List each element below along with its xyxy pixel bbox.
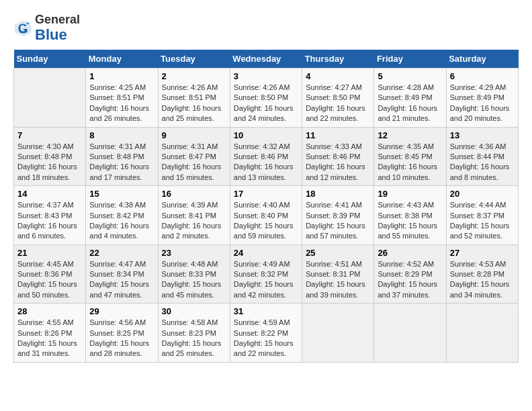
calendar-cell bbox=[302, 304, 374, 363]
cell-content: Sunrise: 4:33 AMSunset: 8:46 PMDaylight:… bbox=[306, 142, 370, 183]
day-number: 7 bbox=[17, 130, 82, 140]
day-number: 13 bbox=[450, 130, 515, 140]
calendar-cell: 31Sunrise: 4:59 AMSunset: 8:22 PMDayligh… bbox=[230, 304, 302, 363]
header-tuesday: Tuesday bbox=[158, 50, 230, 68]
day-number: 19 bbox=[378, 189, 442, 199]
header-friday: Friday bbox=[374, 50, 446, 68]
calendar-cell: 24Sunrise: 4:49 AMSunset: 8:32 PMDayligh… bbox=[230, 244, 302, 304]
calendar-cell: 20Sunrise: 4:44 AMSunset: 8:37 PMDayligh… bbox=[446, 186, 518, 245]
cell-content: Sunrise: 4:27 AMSunset: 8:50 PMDaylight:… bbox=[306, 83, 370, 124]
header-monday: Monday bbox=[86, 50, 158, 68]
day-number: 24 bbox=[234, 248, 298, 258]
calendar-cell: 14Sunrise: 4:37 AMSunset: 8:43 PMDayligh… bbox=[14, 186, 86, 245]
day-number: 12 bbox=[378, 130, 442, 140]
day-number: 3 bbox=[234, 71, 298, 81]
calendar-cell: 6Sunrise: 4:29 AMSunset: 8:49 PMDaylight… bbox=[446, 68, 518, 127]
calendar-cell: 22Sunrise: 4:47 AMSunset: 8:34 PMDayligh… bbox=[86, 244, 158, 304]
calendar-cell: 7Sunrise: 4:30 AMSunset: 8:48 PMDaylight… bbox=[14, 127, 86, 186]
cell-content: Sunrise: 4:31 AMSunset: 8:48 PMDaylight:… bbox=[89, 142, 154, 183]
calendar-cell bbox=[14, 68, 86, 127]
cell-content: Sunrise: 4:39 AMSunset: 8:41 PMDaylight:… bbox=[162, 200, 226, 242]
calendar-cell: 27Sunrise: 4:53 AMSunset: 8:28 PMDayligh… bbox=[446, 244, 518, 304]
day-number: 1 bbox=[89, 71, 154, 81]
calendar-cell: 9Sunrise: 4:31 AMSunset: 8:47 PMDaylight… bbox=[158, 127, 230, 186]
header-thursday: Thursday bbox=[302, 50, 374, 68]
calendar-cell: 2Sunrise: 4:26 AMSunset: 8:51 PMDaylight… bbox=[158, 68, 230, 127]
cell-content: Sunrise: 4:56 AMSunset: 8:25 PMDaylight:… bbox=[89, 318, 154, 359]
day-number: 21 bbox=[17, 248, 82, 258]
calendar-cell: 8Sunrise: 4:31 AMSunset: 8:48 PMDaylight… bbox=[86, 127, 158, 186]
calendar-cell: 15Sunrise: 4:38 AMSunset: 8:42 PMDayligh… bbox=[86, 186, 158, 245]
cell-content: Sunrise: 4:48 AMSunset: 8:33 PMDaylight:… bbox=[162, 259, 226, 301]
cell-content: Sunrise: 4:32 AMSunset: 8:46 PMDaylight:… bbox=[234, 142, 298, 183]
cell-content: Sunrise: 4:52 AMSunset: 8:29 PMDaylight:… bbox=[378, 259, 442, 301]
day-number: 15 bbox=[89, 189, 154, 199]
calendar-cell: 11Sunrise: 4:33 AMSunset: 8:46 PMDayligh… bbox=[302, 127, 374, 186]
header-saturday: Saturday bbox=[446, 50, 518, 68]
calendar-cell: 26Sunrise: 4:52 AMSunset: 8:29 PMDayligh… bbox=[374, 244, 446, 304]
cell-content: Sunrise: 4:45 AMSunset: 8:36 PMDaylight:… bbox=[17, 259, 82, 301]
day-number: 26 bbox=[378, 248, 442, 258]
calendar-cell: 4Sunrise: 4:27 AMSunset: 8:50 PMDaylight… bbox=[302, 68, 374, 127]
day-number: 30 bbox=[162, 306, 226, 316]
day-number: 11 bbox=[306, 130, 370, 140]
calendar-week-row: 7Sunrise: 4:30 AMSunset: 8:48 PMDaylight… bbox=[14, 127, 519, 186]
cell-content: Sunrise: 4:28 AMSunset: 8:49 PMDaylight:… bbox=[378, 83, 442, 124]
day-number: 29 bbox=[89, 306, 154, 316]
logo: General Blue bbox=[13, 13, 80, 43]
cell-content: Sunrise: 4:30 AMSunset: 8:48 PMDaylight:… bbox=[17, 142, 82, 183]
cell-content: Sunrise: 4:43 AMSunset: 8:38 PMDaylight:… bbox=[378, 200, 442, 242]
day-number: 17 bbox=[234, 189, 298, 199]
cell-content: Sunrise: 4:44 AMSunset: 8:37 PMDaylight:… bbox=[450, 200, 515, 242]
calendar-cell: 21Sunrise: 4:45 AMSunset: 8:36 PMDayligh… bbox=[14, 244, 86, 304]
cell-content: Sunrise: 4:47 AMSunset: 8:34 PMDaylight:… bbox=[89, 259, 154, 301]
calendar-cell: 3Sunrise: 4:26 AMSunset: 8:50 PMDaylight… bbox=[230, 68, 302, 127]
calendar-header-row: SundayMondayTuesdayWednesdayThursdayFrid… bbox=[14, 50, 519, 68]
cell-content: Sunrise: 4:51 AMSunset: 8:31 PMDaylight:… bbox=[306, 259, 370, 301]
calendar-cell: 10Sunrise: 4:32 AMSunset: 8:46 PMDayligh… bbox=[230, 127, 302, 186]
calendar-cell: 1Sunrise: 4:25 AMSunset: 8:51 PMDaylight… bbox=[86, 68, 158, 127]
cell-content: Sunrise: 4:26 AMSunset: 8:50 PMDaylight:… bbox=[234, 83, 298, 124]
logo-blue-text: Blue bbox=[35, 26, 67, 43]
cell-content: Sunrise: 4:29 AMSunset: 8:49 PMDaylight:… bbox=[450, 83, 515, 124]
cell-content: Sunrise: 4:25 AMSunset: 8:51 PMDaylight:… bbox=[89, 83, 154, 124]
day-number: 27 bbox=[450, 248, 515, 258]
calendar-week-row: 28Sunrise: 4:55 AMSunset: 8:26 PMDayligh… bbox=[14, 304, 519, 363]
day-number: 10 bbox=[234, 130, 298, 140]
logo-general-text: General bbox=[35, 13, 80, 26]
cell-content: Sunrise: 4:40 AMSunset: 8:40 PMDaylight:… bbox=[234, 200, 298, 242]
cell-content: Sunrise: 4:59 AMSunset: 8:22 PMDaylight:… bbox=[234, 318, 298, 359]
cell-content: Sunrise: 4:55 AMSunset: 8:26 PMDaylight:… bbox=[17, 318, 82, 359]
calendar-cell: 16Sunrise: 4:39 AMSunset: 8:41 PMDayligh… bbox=[158, 186, 230, 245]
calendar-cell bbox=[374, 304, 446, 363]
day-number: 28 bbox=[17, 306, 82, 316]
calendar-cell: 12Sunrise: 4:35 AMSunset: 8:45 PMDayligh… bbox=[374, 127, 446, 186]
calendar-week-row: 14Sunrise: 4:37 AMSunset: 8:43 PMDayligh… bbox=[14, 186, 519, 245]
calendar-cell: 30Sunrise: 4:58 AMSunset: 8:23 PMDayligh… bbox=[158, 304, 230, 363]
cell-content: Sunrise: 4:38 AMSunset: 8:42 PMDaylight:… bbox=[89, 200, 154, 242]
page-header: General Blue bbox=[13, 13, 519, 43]
day-number: 25 bbox=[306, 248, 370, 258]
day-number: 18 bbox=[306, 189, 370, 199]
cell-content: Sunrise: 4:37 AMSunset: 8:43 PMDaylight:… bbox=[17, 200, 82, 242]
cell-content: Sunrise: 4:36 AMSunset: 8:44 PMDaylight:… bbox=[450, 142, 515, 183]
calendar-table: SundayMondayTuesdayWednesdayThursdayFrid… bbox=[13, 50, 519, 363]
day-number: 5 bbox=[378, 71, 442, 81]
cell-content: Sunrise: 4:41 AMSunset: 8:39 PMDaylight:… bbox=[306, 200, 370, 242]
calendar-cell: 28Sunrise: 4:55 AMSunset: 8:26 PMDayligh… bbox=[14, 304, 86, 363]
header-sunday: Sunday bbox=[14, 50, 86, 68]
day-number: 23 bbox=[162, 248, 226, 258]
day-number: 16 bbox=[162, 189, 226, 199]
day-number: 2 bbox=[162, 71, 226, 81]
cell-content: Sunrise: 4:49 AMSunset: 8:32 PMDaylight:… bbox=[234, 259, 298, 301]
calendar-cell: 23Sunrise: 4:48 AMSunset: 8:33 PMDayligh… bbox=[158, 244, 230, 304]
day-number: 4 bbox=[306, 71, 370, 81]
cell-content: Sunrise: 4:26 AMSunset: 8:51 PMDaylight:… bbox=[162, 83, 226, 124]
cell-content: Sunrise: 4:53 AMSunset: 8:28 PMDaylight:… bbox=[450, 259, 515, 301]
calendar-cell bbox=[446, 304, 518, 363]
day-number: 9 bbox=[162, 130, 226, 140]
logo-icon bbox=[13, 19, 32, 38]
calendar-cell: 29Sunrise: 4:56 AMSunset: 8:25 PMDayligh… bbox=[86, 304, 158, 363]
cell-content: Sunrise: 4:31 AMSunset: 8:47 PMDaylight:… bbox=[162, 142, 226, 183]
logo-text: General Blue bbox=[35, 13, 80, 43]
